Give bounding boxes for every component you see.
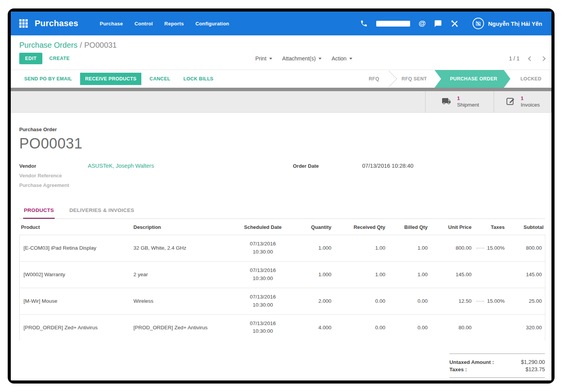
nav-menu-control[interactable]: Control bbox=[134, 21, 153, 27]
send-po-by-email-button[interactable]: SEND PO BY EMAIL bbox=[19, 73, 77, 85]
tax-cell bbox=[473, 261, 506, 288]
user-menu[interactable]: Nguyễn Thị Hải Yến bbox=[473, 18, 542, 29]
cell-quantity: 4.000 bbox=[289, 314, 333, 340]
col-billed-qty: Billed Qty bbox=[387, 219, 429, 235]
phone-icon[interactable] bbox=[360, 20, 368, 27]
cell-quantity: 1.000 bbox=[289, 235, 333, 262]
nav-menus: Purchase Control Reports Configuration bbox=[100, 21, 229, 27]
timer-progress-bar[interactable] bbox=[376, 21, 410, 27]
nav-menu-reports[interactable]: Reports bbox=[164, 21, 184, 27]
stage-purchase-order[interactable]: PURCHASE ORDER bbox=[434, 70, 510, 88]
edit-button[interactable]: EDIT bbox=[19, 53, 42, 64]
chevron-down-icon bbox=[349, 58, 352, 60]
invoices-count: 1 bbox=[521, 95, 540, 102]
form-sheet: Purchase Order PO00031 Vendor ASUSTeK, J… bbox=[11, 113, 551, 380]
stage-rfq-sent[interactable]: RFQ SENT bbox=[392, 70, 437, 88]
cell-subtotal: 145.00 bbox=[506, 261, 545, 288]
pager-counter: 1 / 1 bbox=[509, 55, 519, 62]
cell-description: [PROD_ORDER] Zed+ Antivirus bbox=[132, 314, 237, 340]
app-title: Purchases bbox=[35, 18, 78, 28]
tab-deliveries-invoices[interactable]: DELIVERIES & INVOICES bbox=[69, 204, 135, 219]
nav-menu-configuration[interactable]: Configuration bbox=[195, 21, 229, 27]
col-received-qty: Received Qty bbox=[333, 219, 387, 235]
attachments-dropdown[interactable]: Attachment(s) bbox=[282, 55, 322, 62]
action-dropdown[interactable]: Action bbox=[332, 55, 352, 62]
cell-scheduled-date: 07/13/201610:30:00 bbox=[237, 235, 289, 262]
cell-subtotal: 800.00 bbox=[506, 235, 545, 262]
col-description: Description bbox=[132, 219, 237, 235]
order-date-value: 07/13/2016 10:28:40 bbox=[362, 163, 414, 169]
breadcrumb-separator: / bbox=[77, 41, 84, 49]
col-scheduled-date: Scheduled Date bbox=[237, 219, 289, 235]
table-row[interactable]: [M-Wir] Mouse Wireless 07/13/201610:30:0… bbox=[20, 288, 545, 314]
stat-ribbon: 1 Shipment 1 Invoices bbox=[11, 91, 551, 113]
tax-leader-dots bbox=[476, 248, 484, 249]
at-icon[interactable]: @ bbox=[419, 19, 426, 28]
invoices-stat-button[interactable]: 1 Invoices bbox=[494, 91, 551, 112]
cell-unit-price: 800.00 bbox=[429, 235, 473, 262]
vendor-link[interactable]: ASUSTeK, Joseph Walters bbox=[88, 163, 154, 169]
cell-received-qty: 1.00 bbox=[333, 261, 387, 288]
breadcrumb-parent-link[interactable]: Purchase Orders bbox=[19, 41, 77, 49]
cell-unit-price: 145.00 bbox=[429, 261, 473, 288]
cell-product: [E-COM03] iPad Retina Display bbox=[20, 235, 132, 262]
lock-bills-button[interactable]: LOCK BILLS bbox=[178, 73, 218, 85]
table-row[interactable]: [E-COM03] iPad Retina Display 32 GB, Whi… bbox=[20, 235, 545, 262]
notebook-tabs: PRODUCTS DELIVERIES & INVOICES bbox=[19, 204, 545, 219]
print-dropdown[interactable]: Print bbox=[255, 55, 272, 62]
cell-scheduled-date: 07/13/201610:30:00 bbox=[237, 288, 289, 314]
cell-subtotal: 25.00 bbox=[506, 288, 545, 314]
cell-billed-qty: 0.00 bbox=[387, 288, 429, 314]
pager-next-icon[interactable] bbox=[541, 56, 546, 61]
chevron-down-icon bbox=[318, 58, 322, 60]
tax-cell: 15.00% bbox=[473, 288, 506, 314]
cancel-button[interactable]: CANCEL bbox=[144, 73, 175, 85]
top-navbar: Purchases Purchase Control Reports Confi… bbox=[11, 12, 551, 35]
totals-block: Untaxed Amount : $1,290.00 Taxes : $123.… bbox=[449, 354, 545, 380]
cell-billed-qty: 1.00 bbox=[387, 261, 429, 288]
record-pager: 1 / 1 bbox=[509, 55, 545, 62]
systray: @ Nguyễn Thị Hải Yến bbox=[360, 18, 542, 29]
edit-note-icon bbox=[505, 96, 516, 108]
cell-quantity: 1.000 bbox=[289, 261, 333, 288]
order-date-label: Order Date bbox=[293, 163, 362, 169]
invoices-label: Invoices bbox=[521, 102, 540, 108]
cell-received-qty: 0.00 bbox=[333, 314, 387, 340]
pager-previous-icon[interactable] bbox=[528, 56, 533, 61]
col-subtotal: Subtotal bbox=[506, 219, 545, 235]
app-window: Purchases Purchase Control Reports Confi… bbox=[11, 12, 551, 380]
chat-icon[interactable] bbox=[434, 20, 442, 28]
cell-product: [W0002] Warranty bbox=[20, 261, 132, 288]
stage-locked[interactable]: LOCKED bbox=[510, 70, 551, 88]
chevron-down-icon bbox=[269, 58, 272, 60]
create-button[interactable]: CREATE bbox=[49, 56, 70, 61]
workflow-buttons: SEND PO BY EMAIL RECEIVE PRODUCTS CANCEL… bbox=[19, 73, 218, 85]
col-unit-price: Unit Price bbox=[429, 219, 473, 235]
doc-type-label: Purchase Order bbox=[19, 127, 545, 132]
shipment-stat-button[interactable]: 1 Shipment bbox=[425, 91, 494, 112]
cell-received-qty: 1.00 bbox=[333, 235, 387, 262]
cell-billed-qty: 0.00 bbox=[387, 314, 429, 340]
separator-bar bbox=[11, 88, 551, 91]
page-title: PO00031 bbox=[19, 135, 545, 152]
nav-menu-purchase[interactable]: Purchase bbox=[100, 21, 123, 27]
col-taxes: Taxes bbox=[473, 219, 506, 235]
table-row[interactable]: [W0002] Warranty 2 year 07/13/201610:30:… bbox=[20, 261, 545, 288]
col-product: Product bbox=[20, 219, 132, 235]
shipment-label: Shipment bbox=[457, 102, 479, 108]
vendor-reference-label: Vendor Reference bbox=[19, 173, 88, 178]
tab-products[interactable]: PRODUCTS bbox=[23, 204, 55, 219]
tax-leader-dots bbox=[476, 301, 484, 302]
taxes-total-label: Taxes : bbox=[449, 367, 467, 372]
receive-products-button[interactable]: RECEIVE PRODUCTS bbox=[80, 73, 141, 85]
user-name: Nguyễn Thị Hải Yến bbox=[488, 20, 542, 27]
col-quantity: Quantity bbox=[289, 219, 333, 235]
tax-cell: 15.00% bbox=[473, 235, 506, 262]
stage-pipeline: RFQ RFQ SENT PURCHASE ORDER LOCKED bbox=[359, 70, 551, 88]
table-row[interactable]: [PROD_ORDER] Zed+ Antivirus [PROD_ORDER]… bbox=[20, 314, 545, 340]
purchase-agreement-label: Purchase Agreement bbox=[19, 182, 88, 188]
cell-description: 2 year bbox=[132, 261, 237, 288]
tools-icon[interactable] bbox=[451, 20, 459, 28]
apps-grid-icon[interactable] bbox=[19, 19, 28, 28]
vendor-label: Vendor bbox=[19, 163, 88, 169]
